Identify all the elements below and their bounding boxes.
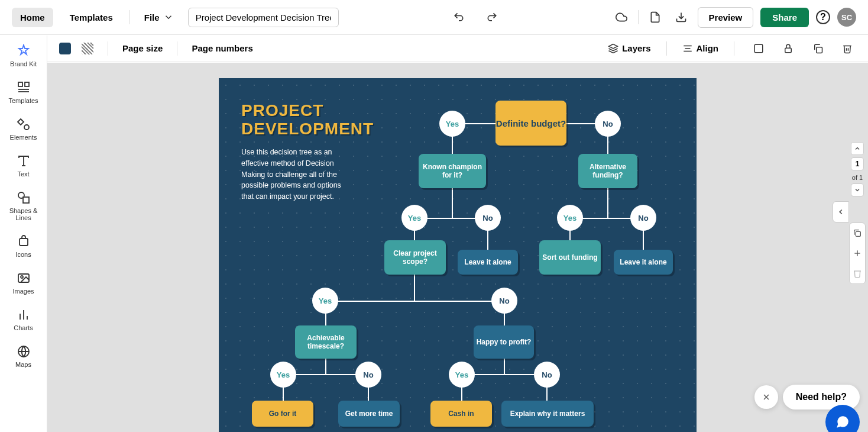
page-prev-button[interactable] xyxy=(851,142,864,155)
text-icon xyxy=(17,154,31,168)
circle-no[interactable]: No xyxy=(630,205,656,231)
node-happy-profit[interactable]: Happy to profit? xyxy=(474,325,534,359)
file-menu[interactable]: File xyxy=(138,8,180,26)
sidebar-item-icons[interactable]: Icons xyxy=(4,234,44,258)
sidebar-label: Maps xyxy=(15,361,31,368)
page-next-button[interactable] xyxy=(851,183,864,196)
sidebar-label: Icons xyxy=(15,251,31,258)
secondary-toolbar: Page size Page numbers Layers Align xyxy=(0,35,868,62)
help-close-button[interactable] xyxy=(754,385,778,409)
divider xyxy=(108,41,108,56)
circle-no[interactable]: No xyxy=(534,362,560,388)
document-icon[interactable] xyxy=(646,8,665,27)
top-header: Home Templates File Preview Share ? SC xyxy=(0,0,868,35)
circle-yes[interactable]: Yes xyxy=(449,362,475,388)
svg-rect-16 xyxy=(23,197,29,203)
redo-button[interactable] xyxy=(482,8,501,27)
sidebar-item-charts[interactable]: Charts xyxy=(4,308,44,331)
share-button[interactable]: Share xyxy=(760,8,809,27)
add-page-button[interactable] xyxy=(850,243,865,263)
svg-point-19 xyxy=(21,276,23,278)
canvas-page[interactable]: PROJECT DEVELOPMENT Use this decision tr… xyxy=(219,78,697,432)
document-title-input[interactable] xyxy=(188,8,339,27)
align-icon xyxy=(682,43,693,54)
circle-no[interactable]: No xyxy=(355,362,381,388)
sidebar-item-text[interactable]: Text xyxy=(4,154,44,178)
duplicate-button[interactable] xyxy=(809,40,827,57)
sidebar-label: Templates xyxy=(8,97,38,104)
layers-label: Layers xyxy=(622,43,650,53)
sidebar-item-brand-kit[interactable]: Brand Kit xyxy=(4,44,44,67)
divider xyxy=(638,10,639,24)
fill-color-swatch[interactable] xyxy=(59,43,71,54)
undo-button[interactable] xyxy=(449,8,468,27)
duplicate-page-button[interactable] xyxy=(850,223,865,243)
connector xyxy=(607,188,608,218)
svg-point-12 xyxy=(24,125,29,130)
expand-panel-button[interactable] xyxy=(833,201,849,223)
circle-yes[interactable]: Yes xyxy=(270,362,296,388)
node-sort-funding[interactable]: Sort out funding xyxy=(539,240,601,275)
circle-yes[interactable]: Yes xyxy=(557,205,583,231)
sidebar-item-images[interactable]: Images xyxy=(4,271,44,295)
svg-rect-6 xyxy=(785,48,792,53)
lock-button[interactable] xyxy=(779,40,797,57)
charts-icon xyxy=(17,308,31,322)
svg-rect-17 xyxy=(20,238,28,246)
elements-icon xyxy=(17,117,31,131)
delete-button[interactable] xyxy=(838,40,856,57)
node-definite-budget[interactable]: Definite budget? xyxy=(495,101,566,146)
canvas-area[interactable]: PROJECT DEVELOPMENT Use this decision tr… xyxy=(47,63,868,432)
align-button[interactable]: Align xyxy=(682,43,719,54)
circle-no[interactable]: No xyxy=(595,111,621,137)
node-leave-alone-2[interactable]: Leave it alone xyxy=(614,250,673,275)
circle-no[interactable]: No xyxy=(475,205,501,231)
tab-home[interactable]: Home xyxy=(12,8,53,27)
brand-kit-icon xyxy=(17,44,31,58)
divider xyxy=(666,41,667,56)
sidebar-item-templates[interactable]: Templates xyxy=(4,80,44,104)
delete-page-button[interactable] xyxy=(850,263,865,283)
node-achievable-timescale[interactable]: Achievable timescale? xyxy=(295,325,357,359)
preview-button[interactable]: Preview xyxy=(698,7,754,28)
maps-icon xyxy=(17,344,31,359)
page-size-button[interactable]: Page size xyxy=(122,43,163,53)
node-go-for-it[interactable]: Go for it xyxy=(252,401,313,427)
pattern-swatch[interactable] xyxy=(82,43,93,54)
cloud-sync-icon[interactable] xyxy=(612,8,631,27)
group-button[interactable] xyxy=(750,40,767,57)
avatar[interactable]: SC xyxy=(837,8,856,27)
connector xyxy=(504,356,505,375)
file-label: File xyxy=(144,12,160,22)
shapes-icon xyxy=(17,191,31,205)
sidebar-item-shapes-lines[interactable]: Shapes & Lines xyxy=(4,191,44,221)
help-button[interactable]: ? xyxy=(816,10,830,24)
node-known-champion[interactable]: Known champion for it? xyxy=(419,154,486,188)
connector xyxy=(325,356,326,375)
sidebar-item-elements[interactable]: Elements xyxy=(4,117,44,141)
node-leave-alone-1[interactable]: Leave it alone xyxy=(458,250,518,275)
title-line1: PROJECT xyxy=(241,102,374,120)
circle-no[interactable]: No xyxy=(491,288,517,314)
download-button[interactable] xyxy=(672,8,691,27)
layers-button[interactable]: Layers xyxy=(608,43,650,54)
node-explain-matters[interactable]: Explain why it matters xyxy=(501,401,594,427)
node-alternative-funding[interactable]: Alternative funding? xyxy=(578,154,637,188)
page-numbers-button[interactable]: Page numbers xyxy=(192,43,252,53)
svg-rect-8 xyxy=(18,82,22,86)
header-left: Home Templates File xyxy=(12,8,339,27)
tree-description[interactable]: Use this decision tree as an effective m… xyxy=(241,147,351,202)
sidebar-label: Shapes & Lines xyxy=(4,207,44,221)
header-center xyxy=(346,8,605,27)
tab-templates[interactable]: Templates xyxy=(61,8,121,27)
node-cash-in[interactable]: Cash in xyxy=(430,401,492,427)
sidebar-label: Charts xyxy=(14,324,33,331)
node-clear-scope[interactable]: Clear project scope? xyxy=(384,240,446,275)
node-get-more-time[interactable]: Get more time xyxy=(338,401,400,427)
tree-title[interactable]: PROJECT DEVELOPMENT xyxy=(241,102,374,138)
circle-yes[interactable]: Yes xyxy=(439,111,465,137)
circle-yes[interactable]: Yes xyxy=(312,288,338,314)
circle-yes[interactable]: Yes xyxy=(401,205,427,231)
svg-rect-9 xyxy=(25,82,29,86)
sidebar-item-maps[interactable]: Maps xyxy=(4,344,44,368)
